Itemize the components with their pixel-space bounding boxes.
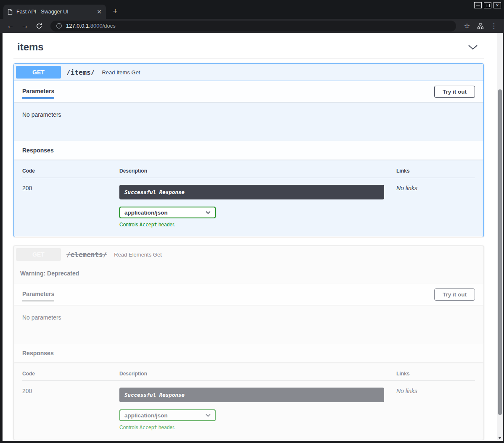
site-info-icon[interactable] xyxy=(56,23,62,29)
endpoint-summary: Read Items Get xyxy=(102,69,140,76)
col-links: Links xyxy=(396,371,475,377)
media-type-select[interactable]: application/json xyxy=(119,207,216,218)
response-links: No links xyxy=(396,388,475,430)
swagger-page: items GET /items/ Read Items Get Paramet… xyxy=(3,33,497,441)
minimize-button[interactable]: — xyxy=(474,2,482,8)
response-links: No links xyxy=(396,185,475,228)
parameters-tab[interactable]: Parameters xyxy=(22,83,54,100)
url-text: 127.0.0.1:8000/docs xyxy=(66,23,116,29)
browser-window: Fast API - Swagger UI ✕ + — ✕ ← → 127.0.… xyxy=(0,0,504,443)
responses-table: Code Description Links 200 Successful Re… xyxy=(14,362,483,440)
col-code: Code xyxy=(22,168,119,174)
url-path: :8000/docs xyxy=(89,23,116,29)
sitemap-icon[interactable] xyxy=(475,20,486,32)
tab-close-icon[interactable]: ✕ xyxy=(97,9,102,15)
response-code: 200 xyxy=(22,185,119,228)
menu-kebab-icon[interactable]: ⋮ xyxy=(488,20,500,32)
page-scrollbar[interactable] xyxy=(497,33,503,441)
response-row: 200 Successful Response application/json xyxy=(22,381,475,430)
endpoint-path: /elements/ xyxy=(66,251,107,259)
no-parameters-text: No parameters xyxy=(14,102,483,141)
close-window-button[interactable]: ✕ xyxy=(493,2,501,8)
try-it-out-button[interactable]: Try it out xyxy=(434,86,475,98)
new-tab-button[interactable]: + xyxy=(110,6,120,16)
response-row: 200 Successful Response application/json xyxy=(22,178,475,228)
response-description: Successful Response xyxy=(119,388,384,402)
items-section-header: items xyxy=(13,38,484,58)
parameters-header: Parameters Try it out xyxy=(14,284,483,305)
responses-table-header: Code Description Links xyxy=(22,371,475,381)
try-it-out-button[interactable]: Try it out xyxy=(434,288,475,301)
browser-toolbar: ← → 127.0.0.1:8000/docs ☆ ⋮ xyxy=(0,19,504,33)
responses-table: Code Description Links 200 Successful Re… xyxy=(14,160,483,237)
select-chevron-icon xyxy=(206,414,211,417)
deprecated-warning: Warning: Deprecated xyxy=(14,263,483,284)
page-favicon-icon xyxy=(8,9,13,15)
no-parameters-text: No parameters xyxy=(14,305,483,343)
responses-title: Responses xyxy=(22,350,54,356)
select-chevron-icon xyxy=(206,211,211,214)
opblock-get-elements-deprecated: GET /elements/ Read Elements Get Warning… xyxy=(13,246,484,440)
forward-button[interactable]: → xyxy=(18,20,31,32)
scrollbar-down-arrow-icon[interactable] xyxy=(498,437,501,439)
media-type-value: application/json xyxy=(124,210,168,216)
col-description: Description xyxy=(119,168,396,174)
opblock-get-items: GET /items/ Read Items Get Parameters Tr… xyxy=(13,63,484,237)
page-viewport: items GET /items/ Read Items Get Paramet… xyxy=(0,33,504,443)
responses-header: Responses xyxy=(14,343,483,362)
url-host: 127.0.0.1 xyxy=(66,23,89,29)
reload-button[interactable] xyxy=(33,20,45,32)
maximize-button[interactable] xyxy=(484,2,491,8)
bookmark-star-icon[interactable]: ☆ xyxy=(461,20,473,32)
tab-title: Fast API - Swagger UI xyxy=(16,9,93,15)
responses-header: Responses xyxy=(14,141,483,160)
accept-header-note: Controls Accept header. xyxy=(119,222,396,228)
section-title: items xyxy=(17,41,44,53)
titlebar: Fast API - Swagger UI ✕ + — ✕ xyxy=(0,0,504,19)
responses-title: Responses xyxy=(22,147,54,154)
opblock-summary[interactable]: GET /items/ Read Items Get xyxy=(14,64,483,81)
parameters-tab[interactable]: Parameters xyxy=(22,286,54,303)
chevron-down-icon[interactable] xyxy=(468,45,478,50)
response-description: Successful Response xyxy=(119,185,384,199)
opblock-summary[interactable]: GET /elements/ Read Elements Get xyxy=(14,246,483,263)
media-type-select[interactable]: application/json xyxy=(119,409,216,421)
col-code: Code xyxy=(22,371,119,377)
method-badge: GET xyxy=(16,66,61,79)
window-controls: — ✕ xyxy=(474,2,501,8)
browser-tab[interactable]: Fast API - Swagger UI ✕ xyxy=(3,5,106,19)
method-badge: GET xyxy=(16,248,61,261)
responses-table-header: Code Description Links xyxy=(22,168,475,178)
col-links: Links xyxy=(396,168,475,174)
response-code: 200 xyxy=(22,388,119,430)
endpoint-summary: Read Elements Get xyxy=(114,252,161,258)
url-bar[interactable]: 127.0.0.1:8000/docs xyxy=(50,21,456,31)
endpoint-path: /items/ xyxy=(66,68,95,76)
parameters-header: Parameters Try it out xyxy=(14,81,483,102)
scrollbar-thumb[interactable] xyxy=(498,89,502,415)
accept-header-note: Controls Accept header. xyxy=(119,425,396,430)
back-button[interactable]: ← xyxy=(4,20,17,32)
col-description: Description xyxy=(119,371,396,377)
media-type-value: application/json xyxy=(124,412,168,419)
